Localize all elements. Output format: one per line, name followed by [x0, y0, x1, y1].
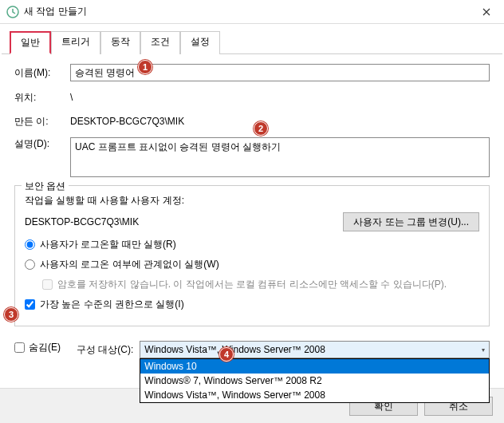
location-value: \: [70, 89, 490, 105]
bottom-row: 숨김(E) 구성 대상(C): Windows Vista™, Windows …: [0, 336, 504, 358]
hidden-checkbox[interactable]: [14, 342, 25, 353]
description-label: 설명(D):: [14, 137, 70, 151]
annotation-badge-3: 3: [4, 307, 18, 322]
titlebar: 새 작업 만들기: [0, 0, 504, 24]
tab-general[interactable]: 일반: [10, 31, 51, 54]
description-input[interactable]: [70, 137, 490, 177]
name-input[interactable]: [70, 64, 490, 81]
location-label: 위치:: [14, 91, 70, 105]
content-area: 이름(M): 위치: \ 만든 이: DESKTOP-BCGC7Q3\MIK 설…: [0, 54, 504, 336]
configure-for-dropdown[interactable]: Windows Vista™, Windows Server™ 2008 ▾: [140, 341, 490, 358]
account-value: DESKTOP-BCGC7Q3\MIK: [25, 215, 343, 229]
highest-privileges-label: 가장 높은 수준의 권한으로 실행(I): [40, 298, 184, 311]
security-options-group: 보안 옵션 작업을 실행할 때 사용할 사용자 계정: DESKTOP-BCGC…: [14, 185, 490, 326]
security-legend: 보안 옵션: [22, 180, 69, 193]
chevron-down-icon: ▾: [482, 346, 485, 354]
tab-bar: 일반 트리거 동작 조건 설정: [2, 26, 502, 54]
dropdown-option-vista[interactable]: Windows Vista™, Windows Server™ 2008: [140, 388, 489, 402]
dropdown-list: Windows 10 Windows® 7, Windows Server™ 2…: [140, 358, 490, 403]
window-title: 새 작업 만들기: [24, 5, 469, 18]
no-password-checkbox: [42, 279, 53, 290]
dropdown-selected-text: Windows Vista™, Windows Server™ 2008: [144, 344, 325, 355]
dropdown-option-win10[interactable]: Windows 10: [140, 359, 489, 374]
run-any-radio[interactable]: [25, 259, 35, 270]
tab-actions[interactable]: 동작: [100, 31, 140, 54]
run-logged-on-radio[interactable]: [25, 239, 35, 250]
hidden-label: 숨김(E): [29, 341, 61, 354]
highest-privileges-checkbox[interactable]: [25, 299, 35, 310]
close-button[interactable]: [469, 0, 504, 24]
tab-conditions[interactable]: 조건: [140, 31, 180, 54]
task-scheduler-icon: [6, 6, 19, 18]
tab-settings[interactable]: 설정: [180, 31, 220, 54]
annotation-badge-4: 4: [219, 347, 234, 362]
annotation-badge-2: 2: [254, 121, 268, 136]
run-any-label: 사용자의 로그온 여부에 관계없이 실행(W): [40, 258, 219, 271]
tab-triggers[interactable]: 트리거: [51, 31, 100, 54]
configure-for-label: 구성 대상(C):: [77, 341, 133, 357]
annotation-badge-1: 1: [138, 60, 152, 74]
change-user-button[interactable]: 사용자 또는 그룹 변경(U)...: [343, 212, 479, 231]
author-value: DESKTOP-BCGC7Q3\MIK: [70, 113, 490, 129]
dropdown-option-win7[interactable]: Windows® 7, Windows Server™ 2008 R2: [140, 374, 489, 388]
name-label: 이름(M):: [14, 66, 70, 80]
run-logged-on-label: 사용자가 로그온할 때만 실행(R): [40, 238, 176, 251]
no-password-label: 암호를 저장하지 않습니다. 이 작업에서는 로컬 컴퓨터 리소스에만 액세스할…: [57, 278, 447, 291]
account-label: 작업을 실행할 때 사용할 사용자 계정:: [25, 194, 479, 208]
author-label: 만든 이:: [14, 115, 70, 128]
